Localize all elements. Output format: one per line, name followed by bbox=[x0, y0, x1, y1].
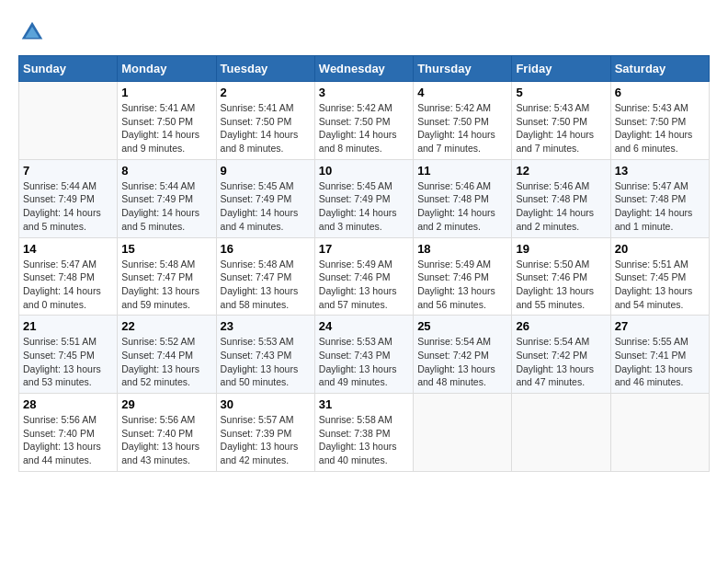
day-info: Sunrise: 5:47 AM Sunset: 7:48 PM Dayligh… bbox=[615, 179, 705, 234]
day-number: 27 bbox=[615, 319, 705, 333]
day-info: Sunrise: 5:42 AM Sunset: 7:50 PM Dayligh… bbox=[319, 101, 409, 155]
day-number: 5 bbox=[516, 86, 606, 99]
day-info: Sunrise: 5:52 AM Sunset: 7:44 PM Dayligh… bbox=[121, 335, 211, 389]
calendar-cell bbox=[414, 394, 512, 472]
calendar-cell: 25Sunrise: 5:54 AM Sunset: 7:42 PM Dayli… bbox=[414, 316, 512, 394]
calendar-cell: 27Sunrise: 5:55 AM Sunset: 7:41 PM Dayli… bbox=[610, 316, 709, 394]
calendar-cell: 30Sunrise: 5:57 AM Sunset: 7:39 PM Dayli… bbox=[216, 394, 314, 472]
calendar-cell: 22Sunrise: 5:52 AM Sunset: 7:44 PM Dayli… bbox=[118, 316, 216, 394]
calendar-table: SundayMondayTuesdayWednesdayThursdayFrid… bbox=[18, 55, 710, 472]
day-info: Sunrise: 5:51 AM Sunset: 7:45 PM Dayligh… bbox=[615, 258, 705, 312]
day-info: Sunrise: 5:48 AM Sunset: 7:47 PM Dayligh… bbox=[121, 258, 211, 312]
page-header bbox=[18, 18, 710, 46]
day-info: Sunrise: 5:45 AM Sunset: 7:49 PM Dayligh… bbox=[221, 179, 311, 234]
calendar-cell bbox=[512, 394, 610, 472]
calendar-cell: 1Sunrise: 5:41 AM Sunset: 7:50 PM Daylig… bbox=[118, 82, 216, 160]
day-number: 10 bbox=[319, 164, 409, 178]
day-number: 2 bbox=[221, 86, 311, 99]
day-header-thursday: Thursday bbox=[414, 56, 512, 82]
day-info: Sunrise: 5:56 AM Sunset: 7:40 PM Dayligh… bbox=[121, 413, 211, 467]
calendar-cell: 21Sunrise: 5:51 AM Sunset: 7:45 PM Dayli… bbox=[19, 316, 118, 394]
day-header-sunday: Sunday bbox=[19, 56, 118, 82]
day-header-friday: Friday bbox=[512, 56, 610, 82]
day-number: 7 bbox=[23, 164, 113, 178]
day-number: 26 bbox=[516, 319, 606, 333]
calendar-cell: 10Sunrise: 5:45 AM Sunset: 7:49 PM Dayli… bbox=[314, 159, 413, 237]
calendar-cell: 11Sunrise: 5:46 AM Sunset: 7:48 PM Dayli… bbox=[414, 159, 512, 237]
day-info: Sunrise: 5:49 AM Sunset: 7:46 PM Dayligh… bbox=[319, 258, 409, 312]
day-info: Sunrise: 5:53 AM Sunset: 7:43 PM Dayligh… bbox=[319, 335, 409, 389]
day-info: Sunrise: 5:43 AM Sunset: 7:50 PM Dayligh… bbox=[516, 101, 606, 155]
day-info: Sunrise: 5:51 AM Sunset: 7:45 PM Dayligh… bbox=[23, 335, 113, 389]
day-header-saturday: Saturday bbox=[610, 56, 709, 82]
day-info: Sunrise: 5:56 AM Sunset: 7:40 PM Dayligh… bbox=[23, 413, 113, 467]
calendar-cell: 8Sunrise: 5:44 AM Sunset: 7:49 PM Daylig… bbox=[118, 159, 216, 237]
day-info: Sunrise: 5:58 AM Sunset: 7:38 PM Dayligh… bbox=[319, 413, 409, 467]
day-number: 11 bbox=[417, 164, 507, 178]
calendar-cell: 4Sunrise: 5:42 AM Sunset: 7:50 PM Daylig… bbox=[414, 82, 512, 160]
calendar-cell: 15Sunrise: 5:48 AM Sunset: 7:47 PM Dayli… bbox=[118, 237, 216, 316]
calendar-cell: 18Sunrise: 5:49 AM Sunset: 7:46 PM Dayli… bbox=[414, 237, 512, 316]
calendar-cell bbox=[610, 394, 709, 472]
calendar-cell: 7Sunrise: 5:44 AM Sunset: 7:49 PM Daylig… bbox=[19, 159, 118, 237]
day-number: 16 bbox=[221, 242, 311, 256]
calendar-cell: 23Sunrise: 5:53 AM Sunset: 7:43 PM Dayli… bbox=[216, 316, 314, 394]
day-info: Sunrise: 5:57 AM Sunset: 7:39 PM Dayligh… bbox=[221, 413, 311, 467]
calendar-cell: 26Sunrise: 5:54 AM Sunset: 7:42 PM Dayli… bbox=[512, 316, 610, 394]
day-number: 22 bbox=[121, 319, 211, 333]
calendar-week-3: 14Sunrise: 5:47 AM Sunset: 7:48 PM Dayli… bbox=[19, 237, 710, 316]
calendar-week-2: 7Sunrise: 5:44 AM Sunset: 7:49 PM Daylig… bbox=[19, 159, 710, 237]
calendar-cell: 16Sunrise: 5:48 AM Sunset: 7:47 PM Dayli… bbox=[216, 237, 314, 316]
day-number: 30 bbox=[221, 397, 311, 411]
day-info: Sunrise: 5:41 AM Sunset: 7:50 PM Dayligh… bbox=[121, 101, 211, 155]
calendar-cell: 29Sunrise: 5:56 AM Sunset: 7:40 PM Dayli… bbox=[118, 394, 216, 472]
day-header-tuesday: Tuesday bbox=[216, 56, 314, 82]
day-number: 12 bbox=[516, 164, 606, 178]
day-number: 3 bbox=[319, 86, 409, 99]
day-number: 23 bbox=[221, 319, 311, 333]
day-info: Sunrise: 5:46 AM Sunset: 7:48 PM Dayligh… bbox=[516, 179, 606, 234]
calendar-cell: 24Sunrise: 5:53 AM Sunset: 7:43 PM Dayli… bbox=[314, 316, 413, 394]
day-number: 29 bbox=[121, 397, 211, 411]
day-number: 4 bbox=[417, 86, 507, 99]
logo bbox=[18, 18, 50, 46]
day-info: Sunrise: 5:41 AM Sunset: 7:50 PM Dayligh… bbox=[221, 101, 311, 155]
day-info: Sunrise: 5:44 AM Sunset: 7:49 PM Dayligh… bbox=[121, 179, 211, 234]
day-info: Sunrise: 5:43 AM Sunset: 7:50 PM Dayligh… bbox=[615, 101, 705, 155]
day-number: 19 bbox=[516, 242, 606, 256]
calendar-cell: 17Sunrise: 5:49 AM Sunset: 7:46 PM Dayli… bbox=[314, 237, 413, 316]
day-number: 18 bbox=[417, 242, 507, 256]
day-number: 24 bbox=[319, 319, 409, 333]
day-number: 21 bbox=[23, 319, 113, 333]
day-info: Sunrise: 5:47 AM Sunset: 7:48 PM Dayligh… bbox=[23, 258, 113, 312]
calendar-cell bbox=[19, 82, 118, 160]
day-info: Sunrise: 5:44 AM Sunset: 7:49 PM Dayligh… bbox=[23, 179, 113, 234]
day-number: 17 bbox=[319, 242, 409, 256]
calendar-cell: 13Sunrise: 5:47 AM Sunset: 7:48 PM Dayli… bbox=[610, 159, 709, 237]
day-info: Sunrise: 5:53 AM Sunset: 7:43 PM Dayligh… bbox=[221, 335, 311, 389]
calendar-week-4: 21Sunrise: 5:51 AM Sunset: 7:45 PM Dayli… bbox=[19, 316, 710, 394]
day-number: 9 bbox=[221, 164, 311, 178]
day-info: Sunrise: 5:54 AM Sunset: 7:42 PM Dayligh… bbox=[516, 335, 606, 389]
day-info: Sunrise: 5:46 AM Sunset: 7:48 PM Dayligh… bbox=[417, 179, 507, 234]
calendar-cell: 20Sunrise: 5:51 AM Sunset: 7:45 PM Dayli… bbox=[610, 237, 709, 316]
calendar-week-5: 28Sunrise: 5:56 AM Sunset: 7:40 PM Dayli… bbox=[19, 394, 710, 472]
day-number: 28 bbox=[23, 397, 113, 411]
day-number: 8 bbox=[121, 164, 211, 178]
day-info: Sunrise: 5:55 AM Sunset: 7:41 PM Dayligh… bbox=[615, 335, 705, 389]
day-number: 1 bbox=[121, 86, 211, 99]
calendar-cell: 6Sunrise: 5:43 AM Sunset: 7:50 PM Daylig… bbox=[610, 82, 709, 160]
day-number: 6 bbox=[615, 86, 705, 99]
day-info: Sunrise: 5:48 AM Sunset: 7:47 PM Dayligh… bbox=[221, 258, 311, 312]
calendar-cell: 12Sunrise: 5:46 AM Sunset: 7:48 PM Dayli… bbox=[512, 159, 610, 237]
calendar-week-1: 1Sunrise: 5:41 AM Sunset: 7:50 PM Daylig… bbox=[19, 82, 710, 160]
calendar-cell: 14Sunrise: 5:47 AM Sunset: 7:48 PM Dayli… bbox=[19, 237, 118, 316]
day-header-wednesday: Wednesday bbox=[314, 56, 413, 82]
day-header-monday: Monday bbox=[118, 56, 216, 82]
day-number: 31 bbox=[319, 397, 409, 411]
calendar-cell: 2Sunrise: 5:41 AM Sunset: 7:50 PM Daylig… bbox=[216, 82, 314, 160]
day-info: Sunrise: 5:54 AM Sunset: 7:42 PM Dayligh… bbox=[417, 335, 507, 389]
day-number: 15 bbox=[121, 242, 211, 256]
day-number: 14 bbox=[23, 242, 113, 256]
day-number: 20 bbox=[615, 242, 705, 256]
